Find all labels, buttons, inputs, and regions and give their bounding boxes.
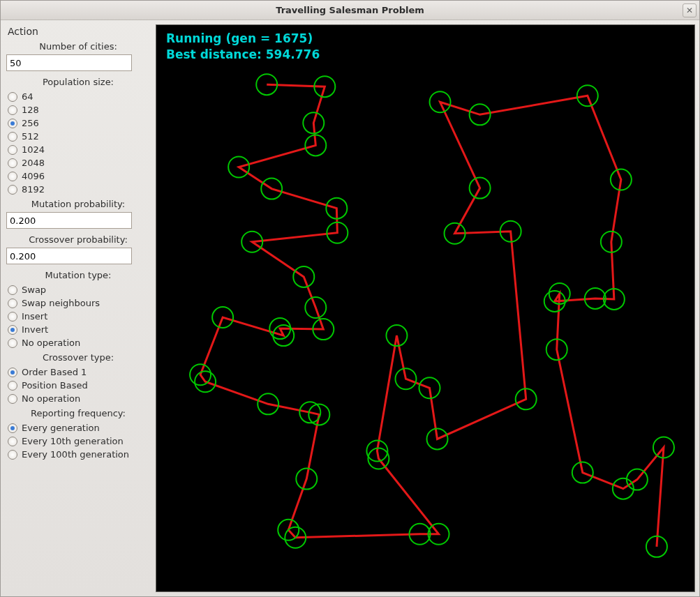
mut-type-label: Insert (22, 311, 47, 322)
cross-type-label: Crossover type: (5, 351, 151, 364)
radio-icon (8, 172, 17, 181)
mut-type-label: No operation (22, 338, 80, 348)
pop-size-option[interactable]: 8192 (5, 183, 151, 196)
pop-size-label: 8192 (22, 184, 45, 195)
pop-size-option[interactable]: 64 (5, 90, 151, 103)
radio-icon (8, 338, 17, 348)
radio-icon (8, 298, 17, 308)
cross-type-label: Order Based 1 (22, 367, 87, 377)
window-title: Travelling Salesman Problem (276, 5, 424, 15)
pop-size-option[interactable]: 256 (5, 116, 151, 130)
cross-type-option[interactable]: No operation (5, 392, 151, 405)
menu-action[interactable]: Action (5, 24, 151, 38)
radio-icon (8, 119, 17, 128)
mut-prob-label: Mutation probability: (5, 197, 151, 211)
pop-size-option[interactable]: 512 (5, 130, 151, 143)
radio-icon (8, 185, 17, 195)
pop-size-label: 256 (22, 118, 39, 128)
route-svg (156, 25, 694, 591)
report-option[interactable]: Every generation (5, 421, 151, 434)
mut-type-option[interactable]: Swap neighbours (5, 296, 151, 310)
radio-icon (8, 325, 17, 335)
pop-size-label: 4096 (22, 171, 45, 181)
cross-prob-input[interactable] (6, 248, 132, 264)
report-option[interactable]: Every 10th generation (5, 434, 151, 448)
pop-size-label: 512 (22, 131, 39, 142)
radio-icon (8, 92, 17, 102)
mut-type-label: Swap neighbours (22, 298, 100, 308)
report-option[interactable]: Every 100th generation (5, 448, 151, 461)
report-label: Every 100th generation (22, 449, 129, 460)
radio-icon (8, 285, 17, 295)
pop-size-option[interactable]: 2048 (5, 156, 151, 169)
pop-size-label: 2048 (22, 158, 45, 168)
sidebar: Action Number of cities: Population size… (5, 24, 151, 592)
canvas-status: Running (gen = 1675) Best distance: 594.… (166, 31, 320, 63)
radio-icon (8, 450, 17, 460)
body: Action Number of cities: Population size… (1, 20, 699, 596)
mut-prob-input[interactable] (6, 212, 132, 229)
pop-size-label: 64 (22, 91, 33, 102)
cross-type-option[interactable]: Order Based 1 (5, 365, 151, 379)
pop-size-option[interactable]: 4096 (5, 169, 151, 183)
mut-type-option[interactable]: Swap (5, 283, 151, 296)
mut-type-label: Swap (22, 285, 46, 295)
report-label: Every generation (22, 423, 100, 433)
cross-type-option[interactable]: Position Based (5, 379, 151, 392)
radio-icon (8, 312, 17, 322)
pop-size-option[interactable]: 128 (5, 103, 151, 116)
radio-icon (8, 381, 17, 391)
mut-type-label: Invert (22, 324, 48, 335)
app-window: Travelling Salesman Problem ✕ Action Num… (0, 0, 700, 597)
titlebar: Travelling Salesman Problem ✕ (1, 1, 699, 20)
radio-icon (8, 145, 17, 155)
pop-size-label: Population size: (5, 75, 151, 89)
radio-icon (8, 394, 17, 404)
radio-icon (8, 105, 17, 115)
pop-size-label: 128 (22, 105, 39, 115)
report-label: Reporting frequency: (5, 407, 151, 420)
mut-type-option[interactable]: Invert (5, 323, 151, 336)
mut-type-option[interactable]: Insert (5, 310, 151, 323)
report-label: Every 10th generation (22, 436, 124, 446)
radio-icon (8, 437, 17, 446)
close-button[interactable]: ✕ (683, 3, 697, 17)
mut-type-label: Mutation type: (5, 269, 151, 282)
radio-icon (8, 368, 17, 377)
canvas: Running (gen = 1675) Best distance: 594.… (156, 24, 695, 592)
radio-icon (8, 158, 17, 168)
tour-path (200, 84, 664, 547)
radio-icon (8, 423, 17, 433)
status-line-1: Running (gen = 1675) (166, 31, 320, 47)
num-cities-input[interactable] (6, 54, 132, 71)
pop-size-option[interactable]: 1024 (5, 143, 151, 156)
cross-prob-label: Crossover probability: (5, 233, 151, 246)
status-line-2: Best distance: 594.776 (166, 47, 320, 63)
mut-type-option[interactable]: No operation (5, 336, 151, 349)
num-cities-label: Number of cities: (5, 40, 151, 53)
close-icon: ✕ (686, 6, 693, 15)
pop-size-label: 1024 (22, 144, 45, 155)
radio-icon (8, 132, 17, 142)
cross-type-label: No operation (22, 393, 80, 404)
cross-type-label: Position Based (22, 380, 88, 391)
